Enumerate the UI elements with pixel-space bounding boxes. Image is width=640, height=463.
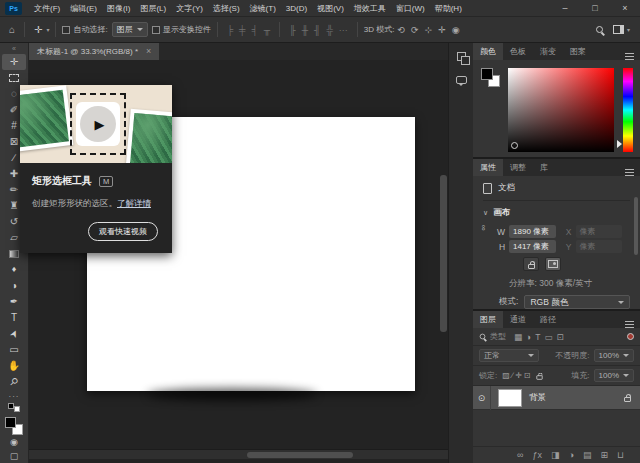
move-tool[interactable]: ✛ — [2, 54, 26, 70]
menu-item[interactable]: 图像(I) — [102, 0, 136, 17]
pen-tool[interactable]: ✒ — [2, 294, 26, 310]
x-field[interactable]: 像素 — [576, 225, 622, 238]
layer-filter-icon[interactable]: ▭ — [542, 332, 554, 342]
link-dimensions-icon[interactable]: ∞ — [479, 225, 488, 231]
tab-color[interactable]: 颜色 — [473, 43, 503, 60]
close-document-icon[interactable]: × — [146, 43, 151, 60]
learn-more-link[interactable]: 了解详情 — [117, 198, 151, 208]
lock-option-icon[interactable]: ⊡ — [523, 371, 532, 380]
menu-item[interactable]: 视图(V) — [312, 0, 349, 17]
3d-mode-icon[interactable]: ⊹ — [422, 25, 436, 35]
crop-image-button[interactable] — [545, 257, 561, 271]
show-transform-checkbox[interactable] — [152, 26, 160, 34]
search-icon[interactable] — [596, 26, 603, 33]
horizontal-scrollbar-thumb[interactable] — [247, 452, 353, 458]
fill-field[interactable]: 100% — [594, 369, 634, 382]
layer-row-background[interactable]: ⊙ 背景 — [473, 386, 640, 410]
layer-filter-icon[interactable]: T — [533, 332, 542, 342]
panel-menu-icon[interactable] — [625, 169, 634, 176]
layers-action-icon[interactable]: ▤ — [583, 450, 592, 460]
layer-locked-icon[interactable] — [624, 397, 631, 402]
color-mode-dropdown[interactable]: RGB 颜色 — [524, 295, 630, 309]
comments-panel-icon[interactable] — [456, 76, 467, 84]
3d-mode-icon[interactable]: ⟲ — [394, 25, 408, 35]
document-tab[interactable]: 未标题-1 @ 33.3%(RGB/8) * × — [29, 43, 159, 60]
distribute-icon[interactable]: ╟ — [286, 25, 298, 35]
menu-item[interactable]: 3D(D) — [281, 0, 312, 17]
dodge-tool[interactable]: ◑ — [2, 278, 26, 294]
tab-paths[interactable]: 路径 — [533, 311, 563, 328]
properties-scrollbar[interactable] — [634, 197, 638, 255]
layers-action-icon[interactable]: ⊔ — [617, 450, 624, 460]
history-panel-icon[interactable] — [457, 52, 466, 61]
auto-select-checkbox[interactable] — [62, 26, 70, 34]
canvas-section-header[interactable]: ∨ 画布 — [483, 201, 630, 223]
align-icon[interactable]: ╡ — [248, 25, 260, 35]
layers-action-icon[interactable]: ◨ — [551, 450, 560, 460]
type-tool[interactable]: T — [2, 310, 26, 326]
lock-option-icon[interactable]: ▨ — [501, 371, 511, 380]
menu-item[interactable]: 帮助(H) — [430, 0, 467, 17]
auto-select-dropdown[interactable]: 图层 — [112, 22, 148, 37]
foreground-color-swatch[interactable] — [481, 68, 493, 80]
panel-menu-icon[interactable] — [625, 53, 634, 60]
tab-layers[interactable]: 图层 — [473, 311, 503, 328]
hue-slider-marker[interactable] — [617, 140, 622, 148]
edit-toolbar-icon[interactable]: ··· — [9, 392, 20, 401]
layers-action-icon[interactable]: ⊞ — [600, 450, 608, 460]
height-field[interactable]: 1417 像素 — [509, 240, 555, 253]
menu-item[interactable]: 图层(L) — [135, 0, 171, 17]
minimize-button[interactable]: – — [550, 0, 580, 17]
rectangle-tool[interactable]: ▭ — [2, 342, 26, 358]
opacity-field[interactable]: 100% — [594, 349, 634, 362]
layer-filter-icon[interactable]: ▦ — [512, 332, 524, 342]
tab-swatches[interactable]: 色板 — [503, 43, 533, 60]
play-icon[interactable]: ▶ — [80, 106, 116, 142]
filter-toggle[interactable] — [627, 333, 634, 340]
tab-properties[interactable]: 属性 — [473, 159, 503, 176]
workspace-switcher[interactable]: ▾ — [613, 25, 630, 34]
align-icon[interactable]: ╥ — [261, 25, 273, 35]
home-icon[interactable]: ⌂ — [6, 24, 18, 35]
layer-filter-icon[interactable]: ◑ — [524, 332, 533, 342]
hand-tool[interactable]: ✋ — [2, 358, 26, 374]
menu-item[interactable]: 增效工具 — [349, 0, 391, 17]
quick-mask-button[interactable]: ◉ — [2, 435, 26, 449]
distribute-icon[interactable]: ╫ — [299, 25, 311, 35]
horizontal-scrollbar-track[interactable] — [29, 449, 448, 459]
visibility-eye-icon[interactable]: ⊙ — [473, 386, 491, 410]
tab-adjustments[interactable]: 调整 — [503, 159, 533, 176]
layer-thumbnail[interactable] — [498, 389, 522, 407]
tab-gradients[interactable]: 渐变 — [533, 43, 563, 60]
vertical-scrollbar[interactable] — [440, 175, 447, 332]
layers-action-icon[interactable]: ∞ — [517, 450, 523, 460]
default-colors-icon[interactable] — [8, 403, 20, 412]
filter-type-label[interactable]: 类型 — [490, 331, 506, 342]
3d-mode-icon[interactable]: ◉ — [449, 25, 463, 35]
zoom-tool[interactable]: ⚲ — [2, 374, 26, 390]
layer-filter-icon[interactable]: ⊡ — [554, 332, 565, 342]
menu-item[interactable]: 滤镜(T) — [245, 0, 281, 17]
3d-mode-icon[interactable]: ⟳ — [408, 25, 422, 35]
tab-channels[interactable]: 通道 — [503, 311, 533, 328]
path-selection-tool[interactable]: ➤ — [2, 326, 26, 342]
rectangular-marquee-tool[interactable] — [2, 70, 26, 86]
toolbar-collapse-icon[interactable]: « — [12, 46, 16, 54]
watch-video-button[interactable]: 观看快速视频 — [88, 222, 158, 241]
3d-mode-icon[interactable]: ✛ — [435, 25, 449, 35]
menu-item[interactable]: 窗口(W) — [391, 0, 430, 17]
maximize-button[interactable]: □ — [580, 0, 610, 17]
y-field[interactable]: 像素 — [576, 240, 622, 253]
blur-tool[interactable]: ♦ — [2, 262, 26, 278]
align-icon[interactable]: ╪ — [236, 25, 248, 35]
panel-menu-icon[interactable] — [625, 321, 634, 328]
menu-item[interactable]: 文件(F) — [29, 0, 65, 17]
tab-patterns[interactable]: 图案 — [563, 43, 593, 60]
width-field[interactable]: 1890 像素 — [509, 225, 555, 238]
saturation-brightness-field[interactable] — [508, 68, 614, 152]
menu-item[interactable]: 选择(S) — [208, 0, 245, 17]
distribute-icon[interactable]: ╢ — [311, 25, 323, 35]
blend-mode-dropdown[interactable]: 正常 — [479, 349, 539, 362]
menu-item[interactable]: 编辑(E) — [65, 0, 102, 17]
current-tool-icon[interactable]: ✛ — [31, 24, 45, 35]
